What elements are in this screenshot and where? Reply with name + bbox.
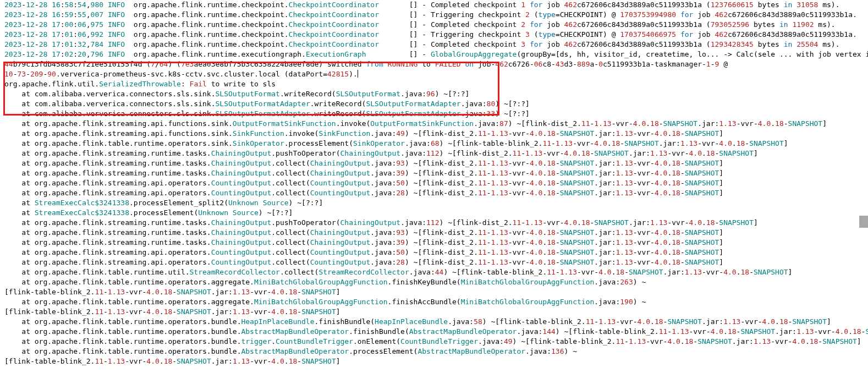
log-line: 2023-12-28 17:00:06,975 INFO org.apache.…	[0, 20, 868, 30]
log-line: at org.apache.flink.table.runtime.operat…	[0, 277, 868, 287]
log-line: 10-73-209-90.ververica-prometheus-svc.k8…	[0, 69, 868, 79]
log-line: at StreamExecCalc$3241338.processElement…	[0, 198, 868, 208]
log-line: 2023-12-28 17:02:20,796 INFO org.apache.…	[0, 50, 868, 59]
log-line: at com.alibaba.ververica.connectors.sls.…	[0, 99, 868, 109]
log-line: at org.apache.flink.table.runtime.operat…	[0, 317, 868, 327]
scrollbar-track[interactable]	[859, 0, 868, 366]
log-line: 44b79c13fdb45883c7f21ee510155f4d (7/64) …	[0, 59, 868, 69]
log-line: at org.apache.flink.table.runtime.operat…	[0, 297, 868, 307]
log-line: [flink-table-blink_2.11-1.13-vvr-4.0.18-…	[0, 307, 868, 317]
log-line: 2023-12-28 17:01:06,992 INFO org.apache.…	[0, 30, 868, 40]
log-line: at org.apache.flink.streaming.runtime.ta…	[0, 168, 868, 178]
log-line: at org.apache.flink.streaming.api.operat…	[0, 248, 868, 257]
log-line: at com.alibaba.ververica.connectors.sls.…	[0, 89, 868, 99]
log-line: org.apache.flink.util.SerializedThrowabl…	[0, 79, 868, 89]
log-line: at org.apache.flink.streaming.api.operat…	[0, 188, 868, 198]
log-line: 2023-12-28 16:58:54,980 INFO org.apache.…	[0, 0, 868, 10]
log-line: at org.apache.flink.streaming.api.functi…	[0, 129, 868, 139]
log-line: [flink-table-blink_2.11-1.13-vvr-4.0.18-…	[0, 356, 868, 366]
log-line: at org.apache.flink.streaming.runtime.ta…	[0, 238, 868, 248]
log-line: 2023-12-28 17:01:32,784 INFO org.apache.…	[0, 40, 868, 50]
log-line: at org.apache.flink.streaming.runtime.ta…	[0, 218, 868, 228]
log-line: at StreamExecCalc$3241338.processElement…	[0, 208, 868, 218]
log-line: at org.apache.flink.streaming.runtime.ta…	[0, 158, 868, 168]
scrollbar-thumb[interactable]	[859, 216, 868, 228]
log-line: at com.alibaba.ververica.connectors.sls.…	[0, 109, 868, 119]
log-line: at org.apache.flink.table.runtime.util.S…	[0, 267, 868, 277]
log-line: at org.apache.flink.table.runtime.operat…	[0, 337, 868, 347]
log-line: [flink-table-blink_2.11-1.13-vvr-4.0.18-…	[0, 287, 868, 297]
log-line: at org.apache.flink.table.runtime.operat…	[0, 347, 868, 356]
log-line: 2023-12-28 16:59:55,007 INFO org.apache.…	[0, 10, 868, 20]
log-line: at org.apache.flink.streaming.api.functi…	[0, 119, 868, 129]
log-line: at org.apache.flink.table.runtime.operat…	[0, 139, 868, 149]
log-line: at org.apache.flink.streaming.api.operat…	[0, 257, 868, 267]
log-line: at org.apache.flink.streaming.api.operat…	[0, 178, 868, 188]
log-viewport: 2023-12-28 16:58:54,980 INFO org.apache.…	[0, 0, 868, 366]
log-line: at org.apache.flink.table.runtime.operat…	[0, 327, 868, 337]
log-line: at org.apache.flink.streaming.runtime.ta…	[0, 149, 868, 158]
log-line: at org.apache.flink.streaming.runtime.ta…	[0, 228, 868, 238]
